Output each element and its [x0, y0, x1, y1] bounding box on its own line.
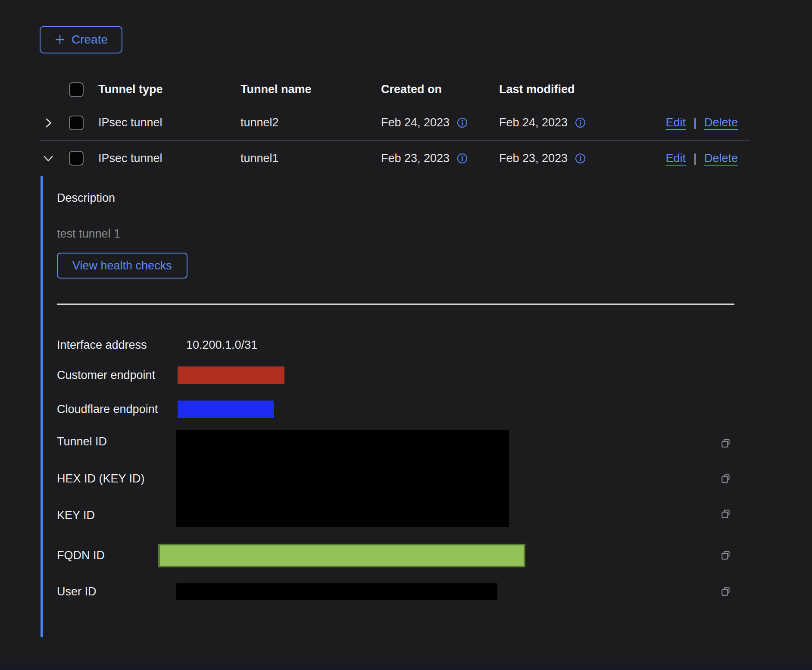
description-label: Description — [57, 191, 734, 205]
info-icon[interactable] — [575, 117, 586, 128]
bottom-window-strip — [0, 663, 812, 670]
field-row-ids: Tunnel ID HEX ID (KEY ID) KEY ID — [57, 430, 734, 527]
delete-link[interactable]: Delete — [704, 116, 738, 129]
copy-icon[interactable] — [720, 473, 731, 484]
expanded-row-detail: Description test tunnel 1 View health ch… — [41, 176, 750, 637]
table-row: IPsec tunnel tunnel1 Feb 23, 2023 Feb 23… — [40, 141, 750, 176]
edit-link[interactable]: Edit — [665, 152, 686, 165]
create-button[interactable]: Create — [40, 26, 122, 53]
action-separator: | — [693, 116, 696, 129]
section-divider — [57, 304, 734, 305]
ids-redacted-value — [176, 430, 509, 527]
key-id-label: KEY ID — [57, 509, 178, 522]
user-id-label: User ID — [57, 585, 178, 598]
field-row-customer-endpoint: Customer endpoint — [57, 358, 734, 392]
table-header-row: Tunnel type Tunnel name Created on Last … — [40, 74, 750, 105]
cell-tunnel-type: IPsec tunnel — [98, 116, 240, 129]
row-checkbox[interactable] — [69, 116, 84, 130]
field-row-fqdn-id: FQDN ID — [57, 537, 734, 574]
cell-created-on: Feb 24, 2023 — [381, 116, 450, 129]
interface-address-label: Interface address — [57, 338, 178, 352]
header-tunnel-name: Tunnel name — [240, 83, 381, 96]
fqdn-id-redacted-value — [158, 544, 525, 567]
customer-endpoint-label: Customer endpoint — [57, 369, 178, 382]
user-id-redacted-value — [176, 583, 497, 600]
header-created-on: Created on — [381, 83, 499, 96]
customer-endpoint-redacted-value — [178, 366, 284, 384]
header-tunnel-type: Tunnel type — [98, 83, 240, 96]
plus-icon — [54, 34, 66, 45]
table-row: IPsec tunnel tunnel2 Feb 24, 2023 Feb 24… — [40, 105, 750, 141]
delete-link[interactable]: Delete — [704, 152, 738, 165]
interface-address-value: 10.200.1.0/31 — [178, 338, 717, 352]
info-icon[interactable] — [456, 153, 468, 164]
view-health-checks-button[interactable]: View health checks — [57, 253, 187, 279]
header-last-modified: Last modified — [499, 83, 750, 96]
description-value: test tunnel 1 — [57, 227, 734, 241]
field-row-cloudflare-endpoint: Cloudflare endpoint — [57, 392, 734, 426]
field-row-user-id: User ID — [57, 576, 734, 607]
copy-icon[interactable] — [720, 550, 731, 561]
cell-tunnel-name: tunnel2 — [240, 116, 381, 129]
edit-link[interactable]: Edit — [665, 116, 686, 129]
copy-icon[interactable] — [720, 586, 731, 597]
tunnel-table: Tunnel type Tunnel name Created on Last … — [40, 74, 750, 637]
cloudflare-endpoint-label: Cloudflare endpoint — [57, 403, 178, 416]
cell-created-on: Feb 23, 2023 — [381, 152, 450, 165]
copy-icon[interactable] — [720, 508, 731, 520]
tunnel-id-label: Tunnel ID — [57, 435, 178, 448]
row-checkbox[interactable] — [69, 151, 84, 166]
cell-last-modified: Feb 23, 2023 — [499, 152, 568, 165]
action-separator: | — [693, 152, 696, 165]
cell-tunnel-type: IPsec tunnel — [98, 152, 240, 165]
chevron-down-icon[interactable] — [40, 152, 64, 164]
hex-id-label: HEX ID (KEY ID) — [57, 472, 178, 485]
copy-icon[interactable] — [720, 438, 731, 449]
cell-tunnel-name: tunnel1 — [240, 152, 381, 165]
chevron-right-icon[interactable] — [40, 117, 64, 129]
info-icon[interactable] — [456, 117, 468, 128]
cell-last-modified: Feb 24, 2023 — [499, 116, 568, 129]
select-all-checkbox[interactable] — [69, 82, 84, 97]
field-row-interface-address: Interface address 10.200.1.0/31 — [57, 332, 734, 358]
create-button-label: Create — [72, 33, 108, 47]
info-icon[interactable] — [575, 153, 586, 164]
cloudflare-endpoint-redacted-value — [178, 401, 274, 418]
